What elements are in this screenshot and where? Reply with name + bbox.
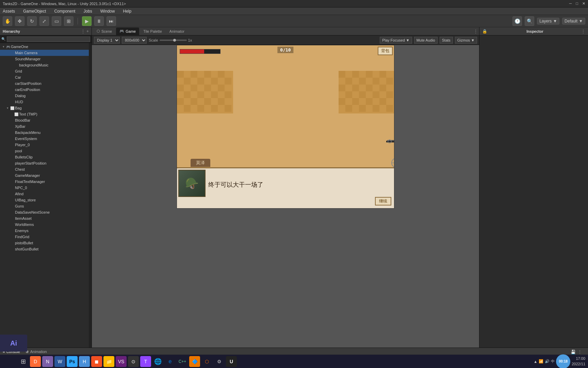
hierarchy-item-worlditems[interactable]: ▾WorldItems [0, 221, 89, 228]
hierarchy-item-uibag_store[interactable]: ▾UIBag_store [0, 197, 89, 203]
hierarchy-item-chest[interactable]: ▾Chest [0, 166, 89, 172]
taskbar-clip[interactable]: H [79, 356, 90, 367]
hierarchy-item-maincamera[interactable]: ▾Main Camera [0, 50, 89, 56]
hierarchy-item-bloodbar[interactable]: ▾BloodBar [0, 117, 89, 123]
tab-animator[interactable]: Animator [166, 28, 188, 35]
layers-dropdown[interactable]: Layers ▼ [537, 18, 559, 25]
hierarchy-item-findgrid[interactable]: ▾FindGrid [0, 234, 89, 240]
menu-component[interactable]: Component [53, 8, 77, 14]
hand-tool[interactable]: ✋ [3, 16, 12, 26]
taskbar-edge[interactable]: e [165, 356, 176, 367]
hierarchy-item-enemys[interactable]: ▾Enemys [0, 228, 89, 234]
hierarchy-item-eventsystem[interactable]: ▾EventSystem [0, 136, 89, 142]
hierarchy-item-afind[interactable]: ▾Afind [0, 191, 89, 197]
backpack-button[interactable]: 背包 [378, 47, 393, 55]
hierarchy-scrollbar[interactable] [89, 43, 92, 348]
hierarchy-item-guns[interactable]: ▾Guns [0, 203, 89, 209]
taskbar-dev-tools[interactable]: D [30, 356, 41, 367]
hierarchy-item-gamemanager[interactable]: ▾GameManager [0, 172, 89, 179]
hierarchy-item-floattextmanager[interactable]: ▾FloatTextManager [0, 179, 89, 185]
display-select[interactable]: Display 1 [94, 37, 120, 44]
rotate-tool[interactable]: ↻ [27, 16, 37, 26]
taskbar-store[interactable]: ◼ [91, 356, 102, 367]
hierarchy-item-label-itemasset: ItemAsset [15, 216, 32, 220]
hierarchy-add-icon[interactable]: + [86, 29, 89, 34]
hierarchy-item-grid[interactable]: ▾Grid [0, 68, 89, 74]
tray-language[interactable]: 中 [551, 359, 555, 364]
tray-network[interactable]: 📶 [539, 359, 543, 364]
hierarchy-item-playerstartposition[interactable]: ▾playerStartPosition [0, 160, 89, 166]
hierarchy-item-datasavenextscene[interactable]: ▾DataSaveNextScene [0, 209, 89, 215]
hierarchy-item-texttmp[interactable]: ▾⬜Text (TMP) [0, 111, 89, 117]
tray-up-arrow[interactable]: ▲ [534, 359, 537, 364]
history-btn[interactable]: 🕐 [512, 16, 522, 26]
mute-audio-btn[interactable]: Mute Audio [414, 37, 438, 44]
hierarchy-item-bag[interactable]: ▾⬜Bag [0, 105, 89, 111]
taskbar-unity-hub[interactable]: U [226, 356, 237, 367]
dialog-continue-button[interactable]: 继续 [375, 197, 391, 205]
hierarchy-menu-icon[interactable]: ⋮ [81, 29, 85, 34]
save-icon[interactable]: 💾 [570, 349, 576, 355]
menu-window[interactable]: Window [99, 8, 116, 14]
inspector-menu-icon[interactable]: ⋮ [581, 29, 585, 34]
hierarchy-item-backpackmenu[interactable]: ▾BackpackMenu [0, 129, 89, 136]
pause-button[interactable]: ⏸ [94, 16, 104, 26]
hierarchy-item-soundmanager[interactable]: ▾SoundManager [0, 56, 89, 62]
hierarchy-item-itemasset[interactable]: ▾ItemAsset [0, 215, 89, 221]
taskbar-onenote[interactable]: N [42, 356, 53, 367]
hierarchy-item-backgroundmusic[interactable]: ▾backgroundMusic [0, 62, 89, 68]
taskbar-blender[interactable]: 🔷 [189, 356, 200, 367]
tab-scene[interactable]: ⬡ Scene [93, 28, 115, 35]
taskbar-unity[interactable]: ⊙ [128, 356, 139, 367]
menu-gameobject[interactable]: GameObject [22, 8, 47, 14]
resolution-select[interactable]: 800x600 [122, 37, 147, 44]
hierarchy-item-gameone[interactable]: ▾🎮GameOne [0, 44, 89, 50]
taskbar-ps[interactable]: Ps [67, 356, 78, 367]
hierarchy-item-player_0[interactable]: ▾Player_0 [0, 142, 89, 148]
more-icon[interactable]: ⋮ [577, 349, 583, 355]
minimize-btn[interactable]: ─ [569, 1, 572, 6]
hierarchy-item-xpbar[interactable]: ▾XpBar [0, 123, 89, 129]
taskbar-chrome[interactable]: 🌐 [152, 356, 163, 367]
view-tab-more[interactable]: ⋮ [474, 29, 478, 34]
close-btn[interactable]: ✕ [582, 1, 585, 6]
taskbar-settings[interactable]: ⚙ [214, 356, 225, 367]
hierarchy-item-dialog[interactable]: ▾Dialog [0, 93, 89, 99]
taskbar-files[interactable]: 📁 [103, 356, 114, 367]
play-button[interactable]: ▶ [82, 16, 92, 26]
hierarchy-item-carstartposition[interactable]: ▾carStartPosition [0, 80, 89, 87]
scale-tool[interactable]: ⤢ [39, 16, 49, 26]
hierarchy-item-carendposition[interactable]: ▾carEndPosition [0, 87, 89, 93]
scale-slider[interactable] [160, 40, 187, 41]
stats-btn[interactable]: Stats [440, 37, 453, 44]
gizmos-btn[interactable]: Gizmos ▼ [455, 37, 477, 44]
taskbar-twitch[interactable]: T [140, 356, 151, 367]
play-focused-btn[interactable]: Play Focused ▼ [380, 37, 412, 44]
maximize-btn[interactable]: □ [576, 1, 578, 6]
rect-tool[interactable]: ▭ [52, 16, 61, 26]
hierarchy-item-bulletsclip[interactable]: ▾BulletsClip [0, 154, 89, 160]
hierarchy-item-pistolbullet[interactable]: ▾pistolBullet [0, 240, 89, 246]
hierarchy-item-shotgunbullet[interactable]: ▾shotGunBullet [0, 246, 89, 252]
layout-dropdown[interactable]: Default ▼ [562, 18, 585, 25]
search-btn[interactable]: 🔍 [525, 16, 534, 26]
move-tool[interactable]: ✥ [15, 16, 24, 26]
hierarchy-item-npc_0[interactable]: ▾NPC_0 [0, 185, 89, 191]
taskbar-cpp[interactable]: C++ [177, 356, 188, 367]
step-button[interactable]: ⏭ [107, 16, 116, 26]
tab-tile-palette[interactable]: Tile Palette [140, 28, 165, 35]
menu-assets[interactable]: Assets [1, 8, 16, 14]
hierarchy-item-car[interactable]: ▾Car [0, 74, 89, 80]
transform-tool[interactable]: ⊞ [64, 16, 74, 26]
menu-help[interactable]: Help [121, 8, 133, 14]
menu-jobs[interactable]: Jobs [82, 8, 93, 14]
taskbar-substance[interactable]: ⬡ [201, 356, 212, 367]
taskbar-vs[interactable]: VS [116, 356, 127, 367]
taskbar-start[interactable]: ⊞ [18, 356, 29, 367]
hierarchy-item-pool[interactable]: ▾pool [0, 148, 89, 154]
tray-volume[interactable]: 🔊 [545, 359, 550, 364]
taskbar-word[interactable]: W [54, 356, 65, 367]
tab-game[interactable]: 🎮 Game [116, 28, 139, 35]
hierarchy-item-hud[interactable]: ▾HUD [0, 99, 89, 105]
hierarchy-search-input[interactable] [7, 36, 90, 42]
